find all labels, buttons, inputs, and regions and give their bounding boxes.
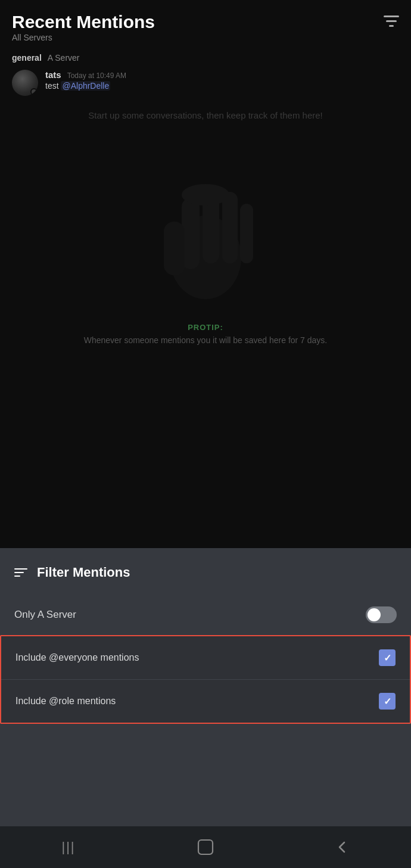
- only-server-row: Only A Server: [0, 595, 411, 635]
- header-left: Recent Mentions All Servers: [12, 12, 155, 42]
- message-username: tats: [45, 70, 61, 80]
- filter-panel-title: Filter Mentions: [37, 565, 130, 580]
- role-mentions-row: Include @role mentions ✓: [1, 679, 410, 723]
- nav-home[interactable]: [191, 832, 220, 862]
- only-server-label: Only A Server: [14, 609, 76, 621]
- message-content: tats Today at 10:49 AM test @AlphrDelle: [45, 70, 126, 91]
- page-title: Recent Mentions: [12, 12, 155, 32]
- svg-rect-8: [164, 222, 185, 275]
- role-mentions-checkbox[interactable]: ✓: [379, 693, 396, 710]
- everyone-mentions-label: Include @everyone mentions: [15, 652, 139, 663]
- empty-state-text: Start up some conversations, then keep t…: [0, 110, 411, 120]
- message-meta: tats Today at 10:49 AM: [45, 70, 126, 80]
- server-name: A Server: [48, 53, 80, 63]
- mention: @AlphrDelle: [61, 81, 110, 91]
- channel-name: general: [12, 53, 42, 63]
- header: Recent Mentions All Servers: [0, 0, 411, 42]
- ghost-illustration: [0, 120, 411, 323]
- svg-rect-6: [222, 192, 238, 263]
- svg-rect-0: [384, 15, 399, 17]
- nav-recent-apps[interactable]: |||: [54, 832, 83, 862]
- svg-point-9: [182, 184, 229, 206]
- protip-label: PROTIP:: [24, 323, 387, 332]
- message-text: test @AlphrDelle: [45, 81, 126, 91]
- everyone-mentions-row: Include @everyone mentions ✓: [1, 636, 410, 679]
- message-time: Today at 10:49 AM: [67, 71, 126, 80]
- filter-panel: Filter Mentions Only A Server Include @e…: [0, 548, 411, 868]
- toggle-knob: [368, 608, 381, 621]
- channel-label: general A Server: [0, 42, 411, 65]
- svg-rect-2: [389, 25, 394, 27]
- top-section: Recent Mentions All Servers general A Se…: [0, 0, 411, 548]
- only-server-toggle[interactable]: [366, 606, 397, 623]
- avatar: [12, 70, 38, 96]
- avatar-status: [30, 88, 38, 95]
- nav-back[interactable]: [328, 832, 357, 862]
- checkmark-icon: ✓: [384, 652, 391, 664]
- bottom-nav: |||: [0, 826, 411, 868]
- svg-rect-1: [386, 20, 397, 22]
- filter-header: Filter Mentions: [0, 548, 411, 595]
- message-row: tats Today at 10:49 AM test @AlphrDelle: [0, 65, 411, 101]
- protip-text: Whenever someone mentions you it will be…: [24, 335, 387, 345]
- checkmark-icon: ✓: [384, 696, 391, 707]
- checkbox-section: Include @everyone mentions ✓ Include @ro…: [0, 635, 411, 724]
- svg-rect-7: [240, 204, 253, 263]
- svg-rect-10: [198, 840, 213, 854]
- header-subtitle: All Servers: [12, 33, 155, 42]
- protip-section: PROTIP: Whenever someone mentions you it…: [0, 323, 411, 345]
- role-mentions-label: Include @role mentions: [15, 696, 116, 707]
- everyone-mentions-checkbox[interactable]: ✓: [379, 649, 396, 666]
- filter-lines-icon: [14, 568, 27, 577]
- filter-icon[interactable]: [384, 15, 399, 30]
